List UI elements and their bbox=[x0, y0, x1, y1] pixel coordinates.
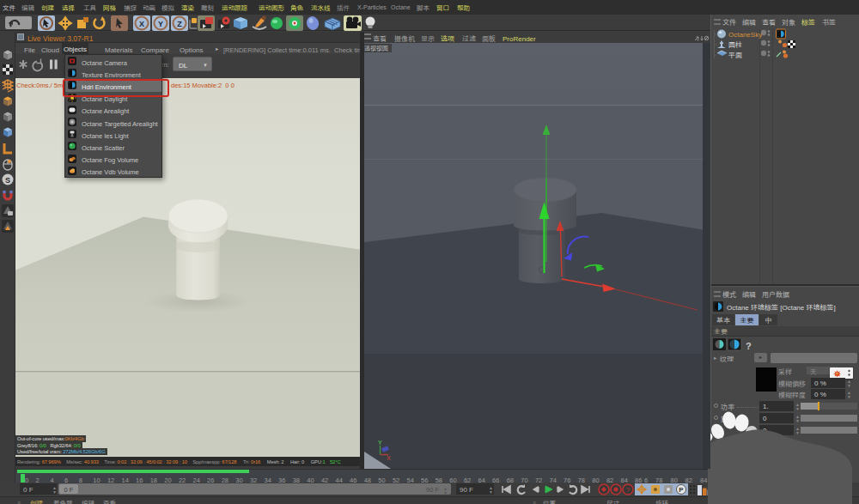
svg-text:X: X bbox=[387, 455, 391, 461]
svg-text:Z: Z bbox=[177, 20, 182, 28]
svg-text:?: ? bbox=[626, 486, 631, 494]
svg-text:Y: Y bbox=[378, 440, 382, 446]
svg-text:P: P bbox=[679, 486, 684, 494]
svg-text:S: S bbox=[5, 176, 10, 185]
svg-text:X: X bbox=[139, 20, 144, 28]
svg-text:Y: Y bbox=[158, 20, 163, 28]
